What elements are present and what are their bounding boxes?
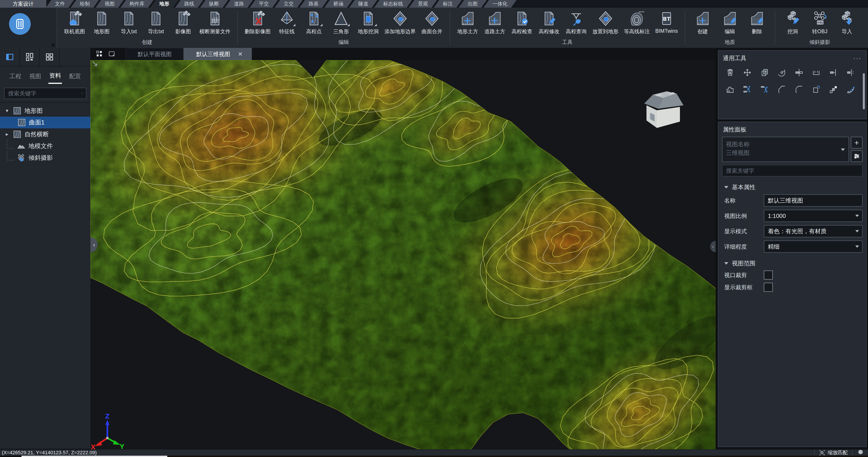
- layout-grid-button[interactable]: [40, 48, 60, 66]
- elevation-query-button[interactable]: 高程查询: [563, 11, 589, 35]
- chevron-right-icon[interactable]: ▸: [4, 131, 10, 137]
- layout-single-button[interactable]: [0, 48, 20, 66]
- elevation-modify-button[interactable]: 高程修改: [536, 11, 562, 35]
- fit-curve-icon[interactable]: [846, 84, 856, 94]
- geology-create-button[interactable]: 创建: [690, 11, 716, 35]
- sidebar-tab-project[interactable]: 工程: [8, 69, 22, 83]
- show-clip-box-checkbox[interactable]: [764, 283, 773, 292]
- rotate-icon[interactable]: [777, 68, 787, 78]
- import-txt-button[interactable]: 导入txt: [116, 11, 142, 35]
- menu-item-library[interactable]: 构件库: [121, 0, 153, 8]
- menu-item-integration[interactable]: 一体化: [484, 0, 517, 8]
- surface-merge-button[interactable]: 曲面合并: [419, 11, 445, 35]
- terrain-earthwork-button[interactable]: 地形土方: [455, 11, 481, 35]
- oblique-hole-button[interactable]: 挖洞: [780, 11, 806, 35]
- step-array-icon[interactable]: [829, 84, 839, 94]
- geology-delete-button[interactable]: 删除: [744, 11, 770, 35]
- display-mode-select[interactable]: 着色：有光照，有材质: [764, 225, 863, 237]
- viewport-canvas[interactable]: Z X Y ‹ ›: [90, 60, 716, 449]
- menu-item-profile[interactable]: 纵断: [200, 0, 228, 8]
- new-viewport-button[interactable]: [106, 48, 118, 60]
- export-txt-button[interactable]: 导出txt: [143, 11, 169, 35]
- close-icon[interactable]: ✕: [238, 51, 243, 58]
- tab-plan-view[interactable]: 默认平面视图: [126, 48, 184, 60]
- name-input[interactable]: 默认三维视图: [764, 194, 863, 207]
- add-terrain-boundary-button[interactable]: 添加地形边界: [382, 11, 418, 35]
- chamfer-icon[interactable]: [777, 84, 787, 94]
- sidebar-search-input[interactable]: [8, 90, 81, 97]
- menu-item-road[interactable]: 道路: [225, 0, 253, 8]
- menu-item-at-grade[interactable]: 平交: [250, 0, 278, 8]
- offset-icon[interactable]: [829, 68, 839, 78]
- scale-select[interactable]: 1:1000: [764, 210, 863, 222]
- trash-icon[interactable]: [725, 68, 735, 78]
- app-menu-button[interactable]: [9, 13, 31, 35]
- menu-item-annotation[interactable]: 标注: [434, 0, 462, 8]
- properties-search-input[interactable]: [725, 167, 859, 174]
- sidebar-tab-data[interactable]: 资料: [49, 68, 62, 84]
- sidebar-tab-config[interactable]: 配置: [68, 69, 82, 83]
- menu-item-plot[interactable]: 出图: [459, 0, 487, 8]
- imagery-button[interactable]: 影像图: [170, 11, 196, 35]
- contour-label-button[interactable]: 等高线标注: [622, 11, 652, 35]
- zoom-fit-button[interactable]: 缩放匹配: [819, 449, 848, 456]
- road-earthwork-button[interactable]: 道路土方: [482, 11, 508, 35]
- menu-item-tunnel[interactable]: 隧道: [349, 0, 377, 8]
- tree-item-natural-section[interactable]: ▸ 自然横断: [0, 128, 90, 140]
- view-selector[interactable]: 视图名称 三维视图: [722, 137, 849, 162]
- terrain-hole-button[interactable]: 地形挖洞: [355, 11, 381, 35]
- properties-search[interactable]: [722, 165, 863, 177]
- tree-item-surface1[interactable]: 曲面1: [0, 117, 90, 128]
- geology-edit-button[interactable]: 编辑: [717, 11, 743, 35]
- chevron-down-icon[interactable]: ▾: [4, 108, 10, 114]
- view-cube-house[interactable]: [644, 91, 684, 128]
- menu-item-bridge[interactable]: 桥涵: [324, 0, 352, 8]
- menu-item-route[interactable]: 路线: [175, 0, 203, 8]
- to-obj-button[interactable]: 转OBJ: [807, 11, 833, 35]
- move-icon[interactable]: [742, 68, 752, 78]
- viewport-clip-checkbox[interactable]: [764, 271, 773, 280]
- menu-item-subgrade[interactable]: 路基: [300, 0, 328, 8]
- filter-settings-button[interactable]: [851, 150, 863, 162]
- boundary-icon[interactable]: [725, 84, 735, 94]
- cross-section-file-button[interactable]: 横断测量文件: [197, 11, 233, 35]
- offset-split-icon[interactable]: [846, 68, 856, 78]
- tools-scrollbar[interactable]: [863, 73, 865, 110]
- menu-item-file[interactable]: 文件: [46, 0, 74, 8]
- terrain-map-button[interactable]: 地形图: [89, 11, 115, 35]
- sidebar-tab-views[interactable]: 视图: [29, 69, 42, 83]
- fillet-icon[interactable]: [794, 84, 804, 94]
- add-view-button[interactable]: +: [851, 137, 863, 149]
- trim-icon[interactable]: [794, 68, 804, 78]
- sidebar-search[interactable]: [4, 88, 86, 99]
- menu-item-terrain[interactable]: 地形: [150, 0, 178, 8]
- panel-expander-corner[interactable]: [51, 42, 54, 46]
- detail-level-select[interactable]: 精细: [764, 241, 863, 253]
- triangle-button[interactable]: 三角形: [328, 11, 354, 35]
- oblique-import-button[interactable]: 导入: [834, 11, 860, 35]
- menu-item-interchange[interactable]: 立交: [275, 0, 303, 8]
- elevation-point-button[interactable]: 高程点: [301, 11, 327, 35]
- place-on-terrain-button[interactable]: 放置到地形: [590, 11, 621, 35]
- menu-item-view[interactable]: 视图: [96, 0, 124, 8]
- tab-3d-view[interactable]: 默认三维视图 ✕: [184, 48, 252, 60]
- tree-item-oblique-photo[interactable]: 倾斜摄影: [0, 152, 90, 164]
- layout-split-button[interactable]: [20, 48, 40, 66]
- tree-item-terrain-map[interactable]: ▾ 地形图: [0, 105, 90, 117]
- online-basemap-button[interactable]: 联机底图: [61, 11, 88, 35]
- bimtwins-button[interactable]: BIMTwins: [653, 11, 680, 34]
- menu-item-signs[interactable]: 标志标线: [374, 0, 412, 8]
- app-brand[interactable]: 方案设计: [0, 0, 46, 8]
- curve-raise-icon[interactable]: [742, 84, 752, 94]
- section-view-range[interactable]: 视图范围: [724, 260, 860, 267]
- feature-line-button[interactable]: 特征线: [274, 11, 300, 35]
- scale-icon[interactable]: [811, 84, 821, 94]
- tree-item-terrain-model[interactable]: 地模文件: [0, 140, 90, 152]
- overflow-menu-icon[interactable]: ···: [853, 55, 862, 62]
- copy-icon[interactable]: [760, 68, 770, 78]
- project-icon[interactable]: [811, 68, 821, 78]
- section-basic-properties[interactable]: 基本属性: [724, 183, 860, 191]
- menu-item-draw[interactable]: 绘制: [71, 0, 99, 8]
- viewport-grid-button[interactable]: [94, 48, 106, 60]
- delete-imagery-button[interactable]: 删除影像图: [242, 11, 273, 35]
